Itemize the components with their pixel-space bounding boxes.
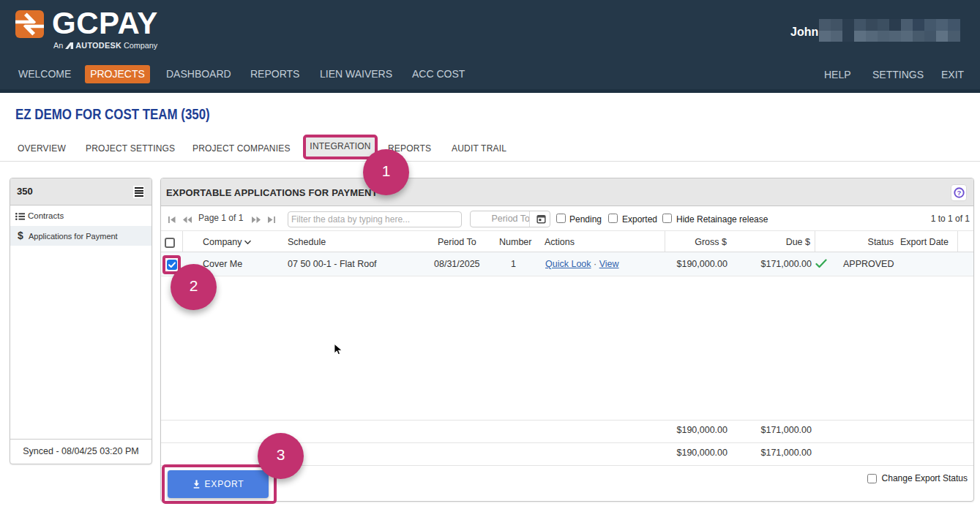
svg-text:?: ? <box>957 189 961 197</box>
